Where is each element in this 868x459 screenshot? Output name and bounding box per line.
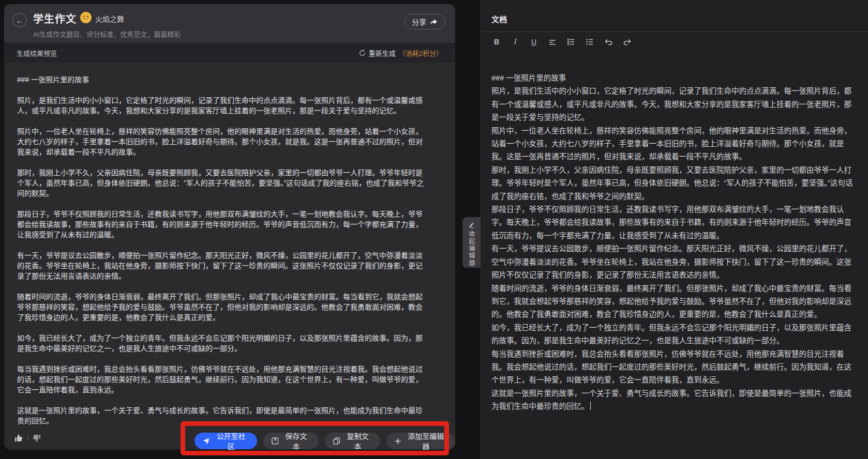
regenerate-label: 重新生成 (369, 48, 396, 58)
add-to-editor-label: 添加至编辑器 (405, 431, 447, 450)
editor-paragraph: 照片，是我们生活中的小小窗口，它定格了时光的瞬间，记录了我们生命中的点点滴滴。每… (491, 85, 855, 124)
author-avatar (80, 12, 92, 23)
save-label: 保存文本 (282, 431, 310, 450)
italic-button[interactable]: I (508, 35, 522, 49)
essay-paragraph: 每当我遇到挫折或困难时，我总会抬头看看那张照片，仿佛爷爷就在不远处，用他那充满智… (17, 364, 426, 395)
editor-last-line: 这就是一张照片里的故事，一个关于爱、勇气与成长的故事。它告诉我们，即使是最简单的… (491, 387, 855, 414)
essay-paragraph: 照片中，一位老人坐在轮椅上，慈祥的笑容仿佛能照亮整个房间，他的眼神里满是对生活的… (17, 126, 426, 157)
thumbs-down-button[interactable] (33, 434, 41, 442)
smiley-avatar-icon (80, 12, 92, 23)
essay-paragraph: 照片，是我们生活中的小小窗口，它定格了时光的瞬间，记录了我们生命中的点点滴滴。每… (17, 95, 426, 116)
regenerate-button[interactable]: 重新生成 (359, 48, 396, 58)
back-button[interactable]: ← (12, 13, 27, 27)
save-icon (272, 437, 279, 445)
editor-paragraph: 如今，我已经长大了，成为了一个独立的青年。但我永远不会忘记那个阳光明媚的日子，以… (491, 322, 855, 348)
share-forward-icon (430, 19, 438, 25)
align-left-icon (548, 38, 557, 46)
refresh-icon (359, 50, 366, 56)
unordered-list-button[interactable] (583, 35, 596, 49)
app-subtitle: AI生成作文题目、评分标准、优秀范文，篇篇精彩 (33, 29, 181, 39)
collapse-editor-label: 收起编辑器 (467, 231, 476, 267)
toolbar-divider (480, 32, 868, 32)
feedback-divider (27, 435, 28, 442)
results-bar: 生成结果预览 重新生成 （消耗2积分） (4, 43, 455, 63)
essay-paragraph: 这就是一张照片里的故事，一个关于爱、勇气与成长的故事。它告诉我们，即使是最简单的… (17, 405, 426, 426)
thumbs-down-icon (33, 434, 41, 442)
undo-button[interactable] (602, 35, 615, 49)
editor-paragraph: 照片中，一位老人坐在轮椅上，慈祥的笑容仿佛能照亮整个房间，他的眼神里满是对生活的… (491, 125, 855, 164)
header-divider (73, 13, 74, 23)
essay-paragraph: 那段日子，爷爷不仅照顾我的日常生活，还教我读书写字，用他那双布满皱纹的大手，一笔… (17, 209, 426, 240)
publish-label: 公开至社区 (214, 431, 249, 450)
essay-preview-text: ### 一张照片里的故事 照片，是我们生活中的小小窗口，它定格了时光的瞬间，记录… (4, 63, 455, 436)
publish-to-community-button[interactable]: 公开至社区 (194, 433, 257, 449)
editor-paragraph: 那段日子，爷爷不仅照顾我的日常生活，还教我读书写字，用他那双布满皱纹的大手，一笔… (491, 203, 855, 242)
copy-text-button[interactable]: 复制文本 (325, 433, 380, 449)
feedback-row (14, 434, 41, 442)
back-arrow-icon: ← (16, 16, 24, 25)
collapse-editor-tab[interactable]: 收起编辑器 (462, 217, 481, 268)
underline-button[interactable]: U (527, 35, 541, 49)
card-header: ← 学生作文 火焰之舞 AI生成作文题目、评分标准、优秀范文，篇篇精彩 分享 (4, 4, 455, 43)
thumbs-up-icon (14, 434, 23, 442)
save-text-button[interactable]: 保存文本 (263, 433, 319, 449)
pencil-icon (468, 221, 475, 228)
plus-icon (395, 438, 401, 445)
generation-preview-card: ← 学生作文 火焰之舞 AI生成作文题目、评分标准、优秀范文，篇篇精彩 分享 生… (4, 4, 455, 450)
essay-paragraph: 随着时间的流逝，爷爷的身体日渐衰弱，最终离开了我们。但那张照片，却成了我心中最宝… (17, 292, 426, 323)
add-to-editor-button[interactable]: 添加至编辑器 (386, 433, 455, 449)
essay-heading: ### 一张照片里的故事 (17, 74, 426, 85)
ordered-list-button[interactable] (564, 35, 578, 49)
paper-plane-icon (203, 437, 210, 445)
author-name: 火焰之舞 (95, 13, 124, 24)
editor-paragraph: 随着时间的流逝，爷爷的身体日渐衰弱，最终离开了我们。但那张照片，却成了我心中最宝… (491, 282, 855, 322)
redo-icon (623, 38, 632, 45)
editor-toolbar: B I U (487, 35, 636, 49)
editor-paragraph: 那时，我刚上小学不久，父亲因病住院，母亲既要照顾我，又要去医院陪护父亲，家里的一… (491, 164, 855, 203)
bullet-list-icon (586, 38, 594, 46)
undo-icon (604, 38, 613, 45)
ordered-list-icon (567, 38, 575, 46)
editor-paragraph: 有一天，爷爷提议去公园散步，顺便拍一张照片留作纪念。那天阳光正好，微风不燥，公园… (491, 242, 855, 282)
editor-paragraph: 每当我遇到挫折或困难时，我总会抬头看看那张照片，仿佛爷爷就在不远处，用他那充满智… (491, 348, 855, 387)
align-button[interactable] (546, 35, 559, 49)
essay-paragraph: 那时，我刚上小学不久，父亲因病住院，母亲既要照顾我，又要去医院陪护父亲，家里的一… (17, 167, 426, 198)
action-button-row: 公开至社区 保存文本 复制文本 添加至编辑器 (194, 433, 455, 449)
copy-label: 复制文本 (343, 431, 371, 450)
preview-label: 生成结果预览 (17, 48, 57, 58)
credit-cost-label: （消耗2积分） (399, 48, 443, 58)
thumbs-up-button[interactable] (14, 434, 23, 442)
essay-paragraph: 有一天，爷爷提议去公园散步，顺便拍一张照片留作纪念。那天阳光正好，微风不燥，公园… (17, 250, 426, 281)
copy-icon (333, 437, 340, 445)
redo-button[interactable] (620, 35, 634, 49)
essay-paragraph: 如今，我已经长大了，成为了一个独立的青年。但我永远不会忘记那个阳光明媚的日子，以… (17, 333, 426, 354)
document-title: 文档 (491, 13, 507, 24)
text-cursor (590, 402, 591, 410)
document-editor-panel: 文档 B I U (480, 0, 868, 459)
page-title: 学生作文 (33, 11, 77, 26)
editor-heading: ### 一张照片里的故事 (491, 72, 855, 85)
editor-content[interactable]: ### 一张照片里的故事 照片，是我们生活中的小小窗口，它定格了时光的瞬间，记录… (491, 72, 855, 414)
share-button[interactable]: 分享 (404, 14, 445, 29)
share-button-label: 分享 (412, 17, 426, 27)
editor-paragraph: 这就是一张照片里的故事，一个关于爱、勇气与成长的故事。它告诉我们，即使是最简单的… (491, 389, 851, 410)
bold-button[interactable]: B (490, 35, 503, 49)
